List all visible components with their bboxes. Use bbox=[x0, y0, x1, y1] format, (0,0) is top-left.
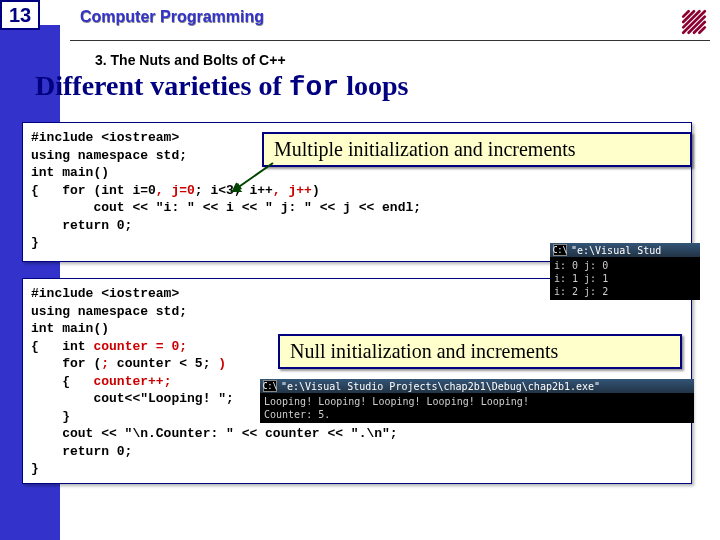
code-highlight: , j++ bbox=[273, 183, 312, 198]
console-icon: C:\ bbox=[263, 380, 277, 392]
code-line: cout<<"Looping! "; bbox=[31, 391, 234, 406]
code-highlight: counter = 0; bbox=[93, 339, 187, 354]
code-line: return 0; bbox=[31, 218, 132, 233]
console-body: i: 0 j: 0 i: 1 j: 1 i: 2 j: 2 bbox=[550, 257, 700, 300]
console-titlebar: C:\ "e:\Visual Stud bbox=[550, 243, 700, 257]
code-line: } bbox=[31, 235, 39, 250]
code-line: counter < 5; bbox=[109, 356, 218, 371]
header: Computer Programming bbox=[80, 8, 680, 26]
console-titlebar: C:\ "e:\Visual Studio Projects\chap2b1\D… bbox=[260, 379, 694, 393]
slide-title: Different varieties of for loops bbox=[35, 70, 408, 103]
console-output-2: C:\ "e:\Visual Studio Projects\chap2b1\D… bbox=[260, 379, 694, 423]
callout-multiple-init: Multiple initialization and increments bbox=[262, 132, 692, 167]
code-line: int main() bbox=[31, 321, 109, 336]
console-title-text: "e:\Visual Studio Projects\chap2b1\Debug… bbox=[281, 381, 600, 392]
code-line: { int bbox=[31, 339, 93, 354]
code-line: } bbox=[31, 461, 39, 476]
page-number: 13 bbox=[0, 0, 40, 30]
code-line: { for (int i=0 bbox=[31, 183, 156, 198]
console-icon: C:\ bbox=[553, 244, 567, 256]
code-line: return 0; bbox=[31, 444, 132, 459]
code-highlight: ) bbox=[218, 356, 226, 371]
code-line: using namespace std; bbox=[31, 148, 187, 163]
code-line: } bbox=[31, 409, 70, 424]
course-title: Computer Programming bbox=[80, 8, 680, 26]
code-line: for ( bbox=[31, 356, 101, 371]
code-line: #include <iostream> bbox=[31, 286, 179, 301]
slide-title-keyword: for bbox=[289, 72, 339, 103]
console-output-1: C:\ "e:\Visual Stud i: 0 j: 0 i: 1 j: 1 … bbox=[550, 243, 700, 300]
code-line: #include <iostream> bbox=[31, 130, 179, 145]
arrow-icon bbox=[228, 161, 278, 205]
institution-logo-icon bbox=[676, 4, 712, 40]
code-highlight: , j=0 bbox=[156, 183, 195, 198]
slide-title-post: loops bbox=[339, 70, 408, 101]
code-line: int main() bbox=[31, 165, 109, 180]
slide-title-pre: Different varieties of bbox=[35, 70, 289, 101]
console-body: Looping! Looping! Looping! Looping! Loop… bbox=[260, 393, 694, 423]
header-divider bbox=[70, 40, 710, 41]
callout-null-init: Null initialization and increments bbox=[278, 334, 682, 369]
console-title-text: "e:\Visual Stud bbox=[571, 245, 661, 256]
code-highlight: ; bbox=[101, 356, 109, 371]
code-line: ) bbox=[312, 183, 320, 198]
chapter-label: 3. The Nuts and Bolts of C++ bbox=[95, 52, 286, 68]
code-line: using namespace std; bbox=[31, 304, 187, 319]
code-line: cout << "i: " << i << " j: " << j << end… bbox=[31, 200, 421, 215]
code-highlight: counter++; bbox=[93, 374, 171, 389]
code-line: { bbox=[31, 374, 93, 389]
code-line: cout << "\n.Counter: " << counter << ".\… bbox=[31, 426, 398, 441]
